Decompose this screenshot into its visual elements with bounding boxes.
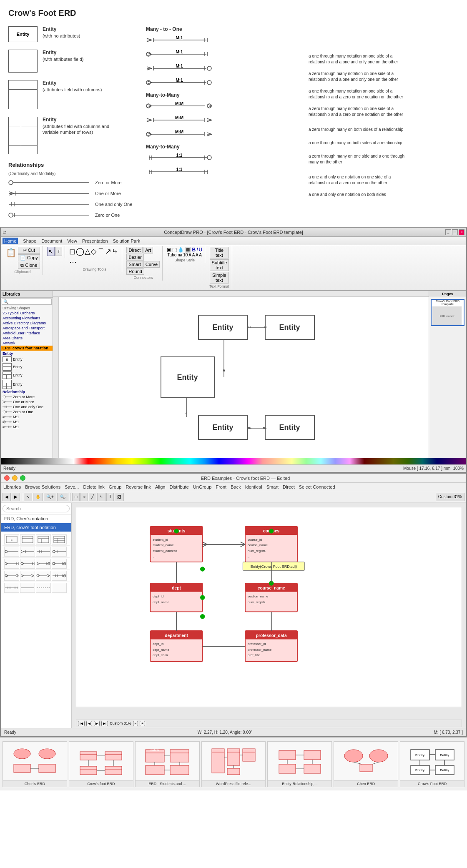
line-tool[interactable]: ╱ <box>89 493 96 501</box>
mac-close-btn[interactable] <box>4 475 10 481</box>
canvas-entity-3[interactable]: Entity <box>161 356 215 398</box>
sidebar-one-only[interactable]: One and only One <box>1 404 53 409</box>
mac-maximize-btn[interactable] <box>20 475 25 481</box>
shape-one-more[interactable] <box>20 547 35 557</box>
zoom-increase-btn[interactable]: + <box>140 721 145 726</box>
close-btn[interactable]: × <box>459 229 464 235</box>
app2-menu-identical[interactable]: Identical <box>245 484 262 489</box>
menu-view[interactable]: View <box>67 238 77 243</box>
sidebar-m1-1[interactable]: M:1 <box>1 414 53 419</box>
accounting-flowcharts-item[interactable]: Accounting Flowcharts <box>1 316 53 321</box>
menu-solution-park[interactable]: Solution Park <box>113 238 140 243</box>
app2-menu-smart[interactable]: Smart <box>266 484 279 489</box>
canvas-entity-1[interactable]: Entity <box>198 315 248 340</box>
app2-menu-save[interactable]: Save... <box>65 484 79 489</box>
shape-zero-more[interactable] <box>4 547 19 557</box>
thumbnail-wordpress-erd[interactable]: WordPress file-refe... <box>201 741 266 787</box>
canvas-entity-4[interactable]: Entity <box>198 415 248 440</box>
sidebar-one-or-more[interactable]: One or More <box>1 399 53 404</box>
paste-btn[interactable]: 📋 <box>5 247 17 269</box>
sidebar-zero-or-one[interactable]: Zero or One <box>1 409 53 414</box>
nav-prev-btn[interactable]: ◀ <box>86 721 92 726</box>
nav-forward-btn[interactable]: ▶ <box>12 493 20 501</box>
app2-menu-direct[interactable]: Direct <box>283 484 295 489</box>
app2-menu-distribute[interactable]: Distribute <box>169 484 188 489</box>
shape-11-2[interactable] <box>4 583 19 593</box>
thumbnail-chen-erd[interactable]: Chen ERD <box>334 741 398 787</box>
simple-text-btn[interactable]: Simpletext <box>210 272 229 283</box>
app1-canvas[interactable]: Entity Entity Entity <box>53 291 429 458</box>
app2-search-input[interactable] <box>3 505 70 512</box>
zoom-in-btn[interactable]: 🔍+ <box>44 493 56 501</box>
menu-document[interactable]: Document <box>41 238 62 243</box>
app2-menu-delete[interactable]: Delete link <box>83 484 104 489</box>
text-box-btn[interactable]: T <box>55 247 63 256</box>
shape-zero-one[interactable] <box>52 547 67 557</box>
titlebar-controls[interactable]: _ □ × <box>445 229 464 235</box>
shape-m1-2[interactable] <box>20 559 35 569</box>
shape-mm-2[interactable] <box>20 571 35 581</box>
maximize-btn[interactable]: □ <box>452 229 458 235</box>
page-thumbnail[interactable]: Crow's Foot ERD template ERD preview <box>431 299 464 326</box>
clone-btn[interactable]: ⧉ Clone <box>18 262 40 269</box>
menu-presentation[interactable]: Presentation <box>82 238 108 243</box>
hand-btn[interactable]: ✋ <box>33 493 43 501</box>
android-ui-item[interactable]: Android User Interface <box>1 331 53 336</box>
title-text-btn[interactable]: Titletext <box>210 247 229 258</box>
artwork-item[interactable]: Artwork <box>1 341 53 346</box>
app2-canvas[interactable]: students student_id student_name student… <box>72 503 466 728</box>
bezier-btn[interactable]: Bezier <box>126 254 143 261</box>
sidebar-entity-1[interactable]: E Entity <box>1 356 53 363</box>
pointer-btn[interactable]: ↖ <box>24 493 32 501</box>
sidebar-crows-foot-notation[interactable]: ERD, crow's foot notation <box>1 523 71 532</box>
text-tool[interactable]: T <box>106 493 114 501</box>
zoom-decrease-btn[interactable]: − <box>133 721 138 726</box>
zoom-out-btn[interactable]: 🔍- <box>57 493 68 501</box>
subtitle-text-btn[interactable]: Subtitletext <box>210 259 229 271</box>
thumbnail-crows-foot-erd-2[interactable]: Entity Entity Entity Entity Crow's Foot … <box>400 741 464 787</box>
img-tool[interactable]: 🖼 <box>115 493 124 501</box>
round-btn[interactable]: Round <box>126 268 144 275</box>
direct-btn[interactable]: Direct <box>126 247 143 253</box>
copy-btn[interactable]: 📄 Copy <box>18 254 40 261</box>
nav-start-btn[interactable]: |◀ <box>78 721 85 726</box>
shape-m1-4[interactable] <box>52 559 67 569</box>
sidebar-chen-notation[interactable]: ERD, Chen's notation <box>1 514 71 523</box>
zoom-pct-btn[interactable]: Custom 31% <box>436 493 464 501</box>
shape-extra-1[interactable] <box>20 583 35 593</box>
shape-entity-cols-var[interactable] <box>52 534 67 544</box>
app2-menu-libraries[interactable]: Libraries <box>3 484 21 489</box>
app2-canvas-inner[interactable]: students student_id student_name student… <box>76 507 462 707</box>
app2-menu-browse[interactable]: Browse Solutions <box>25 484 60 489</box>
erd-crows-foot-section[interactable]: ERD, crow's foot notation <box>1 346 53 351</box>
art-btn[interactable]: Art <box>143 247 153 253</box>
sidebar-entity-4[interactable]: Entity <box>1 379 53 389</box>
sidebar-zero-or-more[interactable]: Zero or More <box>1 394 53 399</box>
sidebar-m1-2[interactable]: M:1 <box>1 419 53 424</box>
app2-menu-reverse[interactable]: Reverse link <box>126 484 151 489</box>
nav-end-btn[interactable]: ▶| <box>101 721 108 726</box>
app2-menu-ungroup[interactable]: UnGroup <box>193 484 212 489</box>
aerospace-item[interactable]: Aerospace and Transport <box>1 326 53 331</box>
nav-next-btn[interactable]: ▶ <box>94 721 100 726</box>
active-directory-item[interactable]: Active Directory Diagrams <box>1 321 53 326</box>
shape-m1-3[interactable] <box>36 559 51 569</box>
thumbnail-students-erd[interactable]: students ERD - Students and ... <box>135 741 200 787</box>
connector-tool[interactable]: ⤷ <box>97 493 105 501</box>
rect-tool[interactable]: □ <box>72 493 80 501</box>
app2-menu-select-connected[interactable]: Select Connected <box>299 484 335 489</box>
sidebar-m1-3[interactable]: M:1 <box>1 424 53 429</box>
shape-mm-1[interactable] <box>4 571 19 581</box>
nav-back-btn[interactable]: ◀ <box>3 493 11 501</box>
app2-menu-front[interactable]: Front <box>216 484 226 489</box>
sidebar-entity-3[interactable]: Entity <box>1 371 53 379</box>
app2-menu-align[interactable]: Align <box>155 484 165 489</box>
shape-m1-1[interactable] <box>4 559 19 569</box>
shape-one-only[interactable] <box>36 547 51 557</box>
shape-extra-3[interactable] <box>52 583 67 593</box>
canvas-entity-5[interactable]: Entity <box>265 415 315 440</box>
minimize-btn[interactable]: _ <box>445 229 451 235</box>
sidebar-entity-2[interactable]: Entity <box>1 363 53 371</box>
menu-home[interactable]: Home <box>3 238 18 244</box>
drawing-shapes-item[interactable]: Drawing Shapes <box>1 306 53 311</box>
